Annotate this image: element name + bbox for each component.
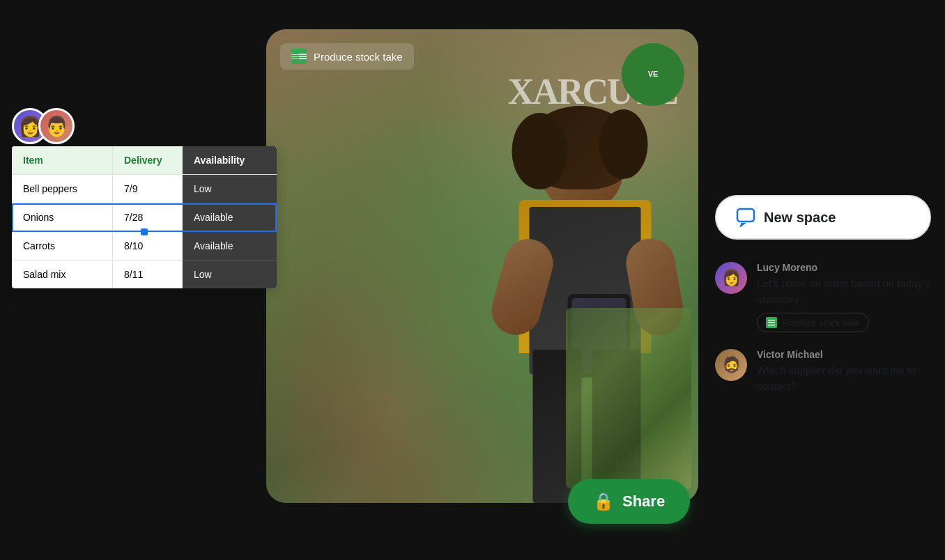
green-circle-text: VE bbox=[648, 70, 659, 79]
new-space-button[interactable]: New space bbox=[715, 195, 931, 240]
chat-content-victor: Victor Michael Which supplier did you wa… bbox=[757, 349, 931, 394]
col-header-availability: Availability bbox=[183, 146, 277, 175]
right-panel: New space 👩 Lucy Moreno Let's place an o… bbox=[715, 195, 931, 394]
cell-delivery-2: 8/10 bbox=[113, 232, 183, 260]
chat-messages: 👩 Lucy Moreno Let's place an order based… bbox=[715, 262, 931, 394]
chat-text-victor: Which supplier did you want me to contac… bbox=[757, 363, 931, 394]
table-row[interactable]: Carrots 8/10 Available bbox=[12, 232, 277, 260]
cell-availability-1: Available bbox=[183, 203, 277, 232]
col-header-delivery: Delivery bbox=[113, 146, 183, 175]
cell-delivery-0: 7/9 bbox=[113, 175, 183, 203]
cell-delivery-3: 8/11 bbox=[113, 260, 183, 288]
photo-header-title: Produce stock take bbox=[314, 51, 403, 63]
attachment-label: Produce stock take bbox=[783, 318, 860, 328]
table-row[interactable]: Salad mix 8/11 Low bbox=[12, 260, 277, 288]
cell-item-0: Bell peppers bbox=[12, 175, 113, 203]
svg-rect-0 bbox=[299, 54, 307, 55]
cell-item-1: Onions bbox=[12, 203, 113, 232]
cell-availability-0: Low bbox=[183, 175, 277, 203]
sheets-icon bbox=[291, 49, 307, 64]
svg-rect-6 bbox=[768, 325, 775, 326]
produce-deco bbox=[566, 308, 691, 489]
share-button[interactable]: 🔒 Share bbox=[568, 479, 690, 524]
cell-availability-3: Low bbox=[183, 260, 277, 288]
cell-item-3: Salad mix bbox=[12, 260, 113, 288]
green-circle-deco: VE bbox=[622, 43, 684, 106]
svg-rect-2 bbox=[299, 58, 307, 59]
chat-text-lucy: Let's place an order based on today's in… bbox=[757, 276, 931, 307]
table-header-row: Item Delivery Availability bbox=[12, 146, 277, 175]
cell-availability-2: Available bbox=[183, 232, 277, 260]
avatar-user2: 👨 bbox=[38, 108, 75, 144]
user-avatars: 👩 👨 bbox=[12, 108, 65, 144]
table-row-selected[interactable]: Onions 7/28 Available bbox=[12, 203, 277, 232]
chat-bubble-icon bbox=[736, 208, 755, 227]
produce-header: Produce stock take bbox=[280, 43, 414, 70]
resize-handle[interactable] bbox=[141, 228, 148, 235]
chat-message-lucy: 👩 Lucy Moreno Let's place an order based… bbox=[715, 262, 931, 332]
svg-rect-4 bbox=[768, 320, 775, 321]
svg-rect-3 bbox=[737, 209, 754, 221]
chat-message-victor: 🧔 Victor Michael Which supplier did you … bbox=[715, 349, 931, 394]
lock-icon: 🔒 bbox=[593, 492, 614, 511]
svg-rect-1 bbox=[299, 56, 307, 57]
col-header-item: Item bbox=[12, 146, 113, 175]
share-label: Share bbox=[622, 492, 665, 511]
new-space-label: New space bbox=[764, 210, 836, 226]
spreadsheet-table: Item Delivery Availability Bell peppers … bbox=[12, 146, 277, 288]
photo-card: XARCUTE VE Produce stock take bbox=[266, 29, 698, 503]
avatar-lucy: 👩 bbox=[715, 262, 747, 294]
cell-item-2: Carrots bbox=[12, 232, 113, 260]
chat-sender-victor: Victor Michael bbox=[757, 349, 931, 360]
svg-rect-5 bbox=[768, 322, 775, 323]
cell-delivery-1: 7/28 bbox=[113, 203, 183, 232]
table-row[interactable]: Bell peppers 7/9 Low bbox=[12, 175, 277, 203]
chat-attachment[interactable]: Produce stock take bbox=[757, 313, 869, 332]
sheets-icon-tiny bbox=[766, 317, 777, 328]
chat-sender-lucy: Lucy Moreno bbox=[757, 262, 931, 273]
chat-content-lucy: Lucy Moreno Let's place an order based o… bbox=[757, 262, 931, 332]
avatar-victor: 🧔 bbox=[715, 349, 747, 381]
